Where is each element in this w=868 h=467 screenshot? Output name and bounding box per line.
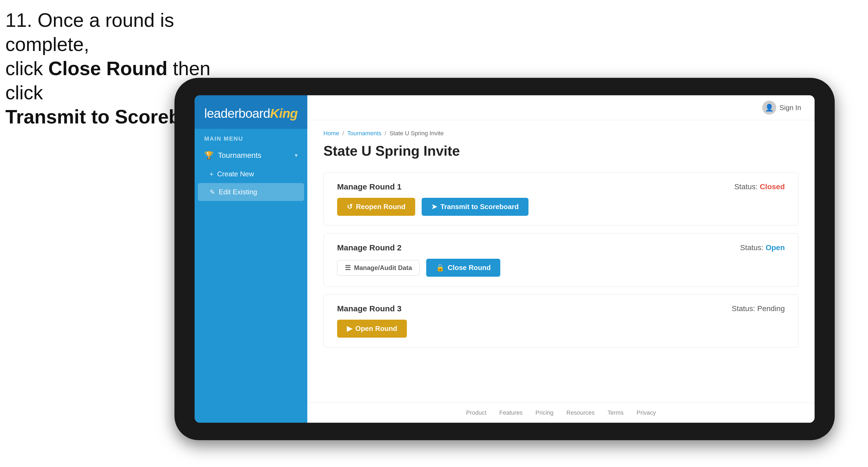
breadcrumb-current: State U Spring Invite bbox=[390, 130, 444, 137]
footer-link-features[interactable]: Features bbox=[499, 409, 523, 416]
round-2-section: Manage Round 2 Status: Open ☰ Manage/Aud… bbox=[323, 233, 799, 287]
breadcrumb-sep1: / bbox=[342, 130, 344, 137]
reopen-round-button[interactable]: ↺ Reopen Round bbox=[337, 198, 415, 216]
breadcrumb-tournaments[interactable]: Tournaments bbox=[347, 130, 381, 137]
footer-link-terms[interactable]: Terms bbox=[608, 409, 624, 416]
breadcrumb-sep2: / bbox=[384, 130, 386, 137]
transmit-scoreboard-button[interactable]: ➤ Transmit to Scoreboard bbox=[422, 198, 528, 216]
instruction-line1: 11. Once a round is complete, bbox=[5, 9, 174, 55]
sidebar: leaderboardKing MAIN MENU 🏆 Tournaments … bbox=[194, 95, 307, 423]
logo-king: King bbox=[270, 106, 298, 121]
breadcrumb: Home / Tournaments / State U Spring Invi… bbox=[323, 130, 799, 137]
sidebar-logo: leaderboardKing bbox=[194, 95, 307, 129]
main-content: 👤 Sign In Home / Tournaments / State U S… bbox=[307, 95, 814, 423]
round-2-title: Manage Round 2 bbox=[337, 243, 402, 252]
round-1-status: Status: Closed bbox=[734, 183, 785, 191]
avatar: 👤 bbox=[762, 101, 776, 115]
round-3-actions: ▶ Open Round bbox=[337, 320, 785, 338]
round-1-title: Manage Round 1 bbox=[337, 182, 402, 191]
round-1-section: Manage Round 1 Status: Closed ↺ Reopen R… bbox=[323, 172, 799, 226]
footer-link-product[interactable]: Product bbox=[466, 409, 486, 416]
round-3-status: Status: Pending bbox=[732, 304, 785, 313]
transmit-icon: ➤ bbox=[431, 203, 437, 211]
round-3-status-value: Pending bbox=[757, 304, 785, 313]
lock-icon: 🔒 bbox=[436, 263, 444, 272]
trophy-icon: 🏆 bbox=[204, 151, 214, 160]
round-1-status-value: Closed bbox=[760, 183, 785, 191]
round-2-actions: ☰ Manage/Audit Data 🔒 Close Round bbox=[337, 259, 785, 277]
content-area: Home / Tournaments / State U Spring Invi… bbox=[307, 120, 814, 403]
main-menu-label: MAIN MENU bbox=[194, 129, 307, 146]
plus-icon: + bbox=[210, 170, 213, 178]
sidebar-item-tournaments[interactable]: 🏆 Tournaments ▾ bbox=[194, 146, 307, 165]
sign-in-label: Sign In bbox=[779, 103, 801, 112]
round-2-status: Status: Open bbox=[740, 243, 785, 252]
footer: Product Features Pricing Resources Terms… bbox=[307, 403, 814, 423]
page-title: State U Spring Invite bbox=[323, 143, 799, 159]
open-round-button[interactable]: ▶ Open Round bbox=[337, 320, 407, 338]
reopen-icon: ↺ bbox=[347, 203, 353, 211]
edit-existing-label: Edit Existing bbox=[219, 188, 257, 196]
logo: leaderboardKing bbox=[204, 106, 298, 121]
create-new-label: Create New bbox=[217, 170, 254, 178]
breadcrumb-home[interactable]: Home bbox=[323, 130, 339, 137]
round-2-status-value: Open bbox=[766, 243, 785, 252]
edit-icon: ✎ bbox=[210, 188, 215, 196]
instruction-line2: click bbox=[5, 58, 48, 79]
round-3-section: Manage Round 3 Status: Pending ▶ Open Ro… bbox=[323, 294, 799, 348]
audit-icon: ☰ bbox=[345, 264, 351, 272]
tablet-screen: leaderboardKing MAIN MENU 🏆 Tournaments … bbox=[194, 95, 814, 423]
top-bar: 👤 Sign In bbox=[307, 95, 814, 120]
sign-in-button[interactable]: 👤 Sign In bbox=[762, 101, 801, 115]
tablet-device: leaderboardKing MAIN MENU 🏆 Tournaments … bbox=[175, 78, 835, 440]
footer-link-resources[interactable]: Resources bbox=[566, 409, 594, 416]
manage-audit-button[interactable]: ☰ Manage/Audit Data bbox=[337, 260, 420, 276]
round-1-actions: ↺ Reopen Round ➤ Transmit to Scoreboard bbox=[337, 198, 785, 216]
round-3-title: Manage Round 3 bbox=[337, 304, 402, 313]
close-round-button[interactable]: 🔒 Close Round bbox=[426, 259, 500, 277]
chevron-down-icon: ▾ bbox=[295, 152, 298, 159]
sidebar-tournaments-label: Tournaments bbox=[218, 151, 295, 160]
sidebar-item-create-new[interactable]: + Create New bbox=[194, 165, 307, 183]
footer-link-pricing[interactable]: Pricing bbox=[535, 409, 553, 416]
instruction-bold1: Close Round bbox=[48, 58, 167, 79]
open-round-icon: ▶ bbox=[347, 324, 352, 333]
sidebar-item-edit-existing[interactable]: ✎ Edit Existing bbox=[198, 183, 304, 201]
footer-link-privacy[interactable]: Privacy bbox=[637, 409, 656, 416]
